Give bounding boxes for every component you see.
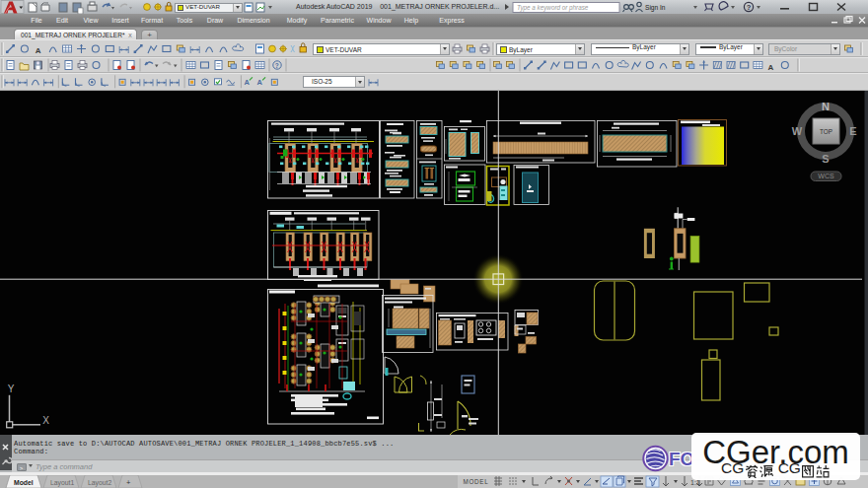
- svg-text:N: N: [822, 101, 830, 112]
- svg-text:FO: FO: [669, 449, 692, 469]
- svg-text:Y: Y: [8, 383, 15, 394]
- svg-text:X: X: [42, 415, 49, 426]
- svg-text:Sign In: Sign In: [645, 4, 666, 12]
- svg-text:Type a keyword or phrase: Type a keyword or phrase: [517, 4, 589, 12]
- svg-text:WCS: WCS: [818, 173, 834, 179]
- svg-text:+: +: [126, 478, 131, 487]
- svg-text:S: S: [822, 153, 829, 165]
- svg-text:Model: Model: [14, 479, 34, 486]
- svg-text:Layout1: Layout1: [50, 479, 74, 487]
- svg-text:Layout2: Layout2: [88, 479, 111, 487]
- svg-text:MODEL: MODEL: [464, 478, 489, 485]
- svg-text:?: ?: [747, 3, 752, 12]
- svg-text:A: A: [768, 63, 774, 72]
- svg-text:TOP: TOP: [820, 128, 832, 135]
- svg-text:A: A: [36, 46, 41, 55]
- svg-text:E: E: [849, 125, 856, 137]
- svg-text:A: A: [257, 78, 263, 87]
- svg-text:?: ?: [275, 62, 279, 69]
- svg-text:W: W: [792, 125, 803, 137]
- svg-text:A: A: [244, 78, 250, 87]
